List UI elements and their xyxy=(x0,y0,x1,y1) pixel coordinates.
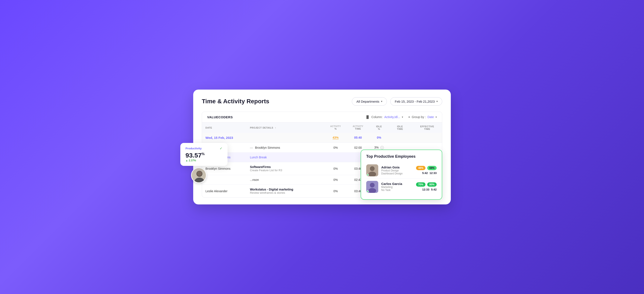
emp-info-2: Carlos Garcia Marketing No Task xyxy=(381,182,413,192)
top-employees-popup: Top Productive Employees Adrian Goia Pro… xyxy=(361,149,442,200)
department-chevron: ▾ xyxy=(381,100,382,103)
groupby-chevron: ▾ xyxy=(436,116,437,119)
employee-entry: Adrian Goia Product Design Dashboard Des… xyxy=(366,162,437,178)
table-header: DATE PROJECT DETAILS ↑ ACTIVITY % ACTIVI… xyxy=(202,123,442,133)
emp-activity-pct: 0% xyxy=(326,143,346,152)
proj2-emp: Leslie Alexander xyxy=(206,189,228,193)
svg-point-9 xyxy=(370,183,374,187)
department-filter-btn[interactable]: All Departments ▾ xyxy=(352,97,387,106)
column-label: Column: xyxy=(371,115,382,119)
emp-dept-1: Product Design xyxy=(381,169,413,172)
time1-1: 5:42 xyxy=(422,171,428,175)
emp-task-1: Dashboard Design xyxy=(381,172,413,175)
emp-dash: — xyxy=(250,146,253,149)
proj2-company: Workstatus - Digital marketing xyxy=(250,188,322,191)
emp-name: Brooklyn Simmons xyxy=(255,146,280,149)
idle-pct: 0% xyxy=(377,136,381,139)
emp-task-2: No Task xyxy=(381,189,413,192)
main-card: Time & Activity Reports All Departments … xyxy=(193,90,451,205)
productivity-widget: Productivity ✓ 93.57% ▲ 2.37% xyxy=(180,143,228,166)
emp-name-2: Carlos Garcia xyxy=(381,182,413,186)
prod-value: 93.57% xyxy=(186,152,204,159)
date-range-filter-btn[interactable]: Feb 15, 2023 - Feb 21,2023 ▾ xyxy=(390,97,442,106)
table-toolbar: VALUECODERS ▐▌ Column: Activity,Idl... ▾… xyxy=(202,112,442,123)
proj2-act-pct: 0% xyxy=(326,185,346,198)
header: Time & Activity Reports All Departments … xyxy=(202,97,442,106)
lunch-label: Lunch Break xyxy=(250,155,267,159)
th-date: DATE xyxy=(202,123,246,133)
avatar xyxy=(191,167,206,183)
groupby-control[interactable]: ≡ Group by : Date ▾ xyxy=(408,115,437,119)
svg-point-6 xyxy=(370,166,374,171)
th-project-details: PROJECT DETAILS ↑ xyxy=(246,123,326,133)
prod-value-row: 93.57% xyxy=(186,152,222,159)
th-effective-time: EFFECTIVE TIME xyxy=(412,123,442,133)
time-row-2: 12:33 5:42 xyxy=(422,188,437,191)
employee-entry: Carlos Garcia Marketing No Task 70% 80% … xyxy=(366,178,437,195)
activity-badge-2: 80% xyxy=(427,182,437,187)
column-value: Activity,Idl... xyxy=(384,115,400,119)
emp-avatar-1 xyxy=(366,164,378,176)
th-activity-pct: ACTIVITY % xyxy=(326,123,346,133)
prod-trend-icon: ✓ xyxy=(220,146,222,150)
column-control[interactable]: ▐▌ Column: Activity,Idl... ▾ xyxy=(365,115,403,119)
productivity-widget-wrapper: Productivity ✓ 93.57% ▲ 2.37% xyxy=(191,167,202,183)
badge-row-2: 70% 80% xyxy=(416,182,437,187)
activity-badge-1: 68% xyxy=(427,166,437,170)
emp-name-cell: — Brooklyn Simmons xyxy=(246,143,326,152)
department-label: All Departments xyxy=(356,100,379,103)
th-idle-pct: IDLE % xyxy=(370,123,388,133)
proj2-task: Review wireframes & stories xyxy=(250,191,322,194)
idle-badge-1: 48% xyxy=(416,166,426,170)
prod-header: Productivity ✓ xyxy=(186,146,222,150)
time1-2: 12:33 xyxy=(422,188,429,191)
prod-label: Productivity xyxy=(186,147,202,150)
date-range-chevron: ▾ xyxy=(436,100,438,103)
online-dot-1 xyxy=(367,174,369,176)
emp-info-1: Adrian Goia Product Design Dashboard Des… xyxy=(381,165,413,175)
popup-title: Top Productive Employees xyxy=(366,154,437,159)
header-filters: All Departments ▾ Feb 15, 2023 - Feb 21,… xyxy=(352,97,442,106)
date-cell: Wed, 15 Feb, 2023 xyxy=(206,136,233,140)
groupby-value: Date xyxy=(428,115,434,119)
column-chevron: ▾ xyxy=(402,116,403,119)
emp2-act-pct: 0% xyxy=(326,175,346,185)
th-activity-time: ACTIVITY TIME xyxy=(346,123,370,133)
activity-time: 05:40 xyxy=(354,136,362,139)
proj1-emp: Brooklyn Simmons xyxy=(206,167,230,170)
info-icon: i xyxy=(380,146,384,149)
emp-name-1: Adrian Goia xyxy=(381,165,413,169)
emp-stats-2: 70% 80% 12:33 5:42 xyxy=(416,182,437,191)
idle-badge-2: 70% xyxy=(416,182,426,187)
groupby-label: Group by : xyxy=(412,115,426,119)
emp-stats-1: 48% 68% 5:42 12:33 xyxy=(416,166,437,175)
date-range-label: Feb 15, 2023 - Feb 21,2023 xyxy=(395,100,435,103)
toolbar-right: ▐▌ Column: Activity,Idl... ▾ ≡ Group by … xyxy=(365,115,437,119)
groupby-icon: ≡ xyxy=(408,115,410,119)
badge-row-1: 48% 68% xyxy=(416,166,437,170)
prod-change: ▲ 2.37% xyxy=(186,159,222,162)
project-task: Create Feature List for R3 xyxy=(250,169,322,172)
emp-dept-2: Marketing xyxy=(381,186,413,189)
emp2-name: ...nson xyxy=(250,178,259,181)
page-title: Time & Activity Reports xyxy=(202,98,269,105)
online-dot-2 xyxy=(367,190,369,192)
project-company: SoftwareFirms xyxy=(250,165,322,169)
time-row-1: 5:42 12:33 xyxy=(422,171,437,175)
activity-pct: 43% xyxy=(332,136,338,139)
company-name: VALUECODERS xyxy=(207,115,233,119)
table-row: Wed, 15 Feb, 2023 43% 05:40 0% xyxy=(202,133,442,143)
th-idle-time: IDLE TIME xyxy=(388,123,412,133)
svg-point-4 xyxy=(197,171,202,176)
emp-avatar-2 xyxy=(366,181,378,193)
column-icon: ▐▌ xyxy=(365,115,370,119)
time2-2: 5:42 xyxy=(431,188,437,191)
time2-1: 12:33 xyxy=(430,171,437,175)
proj1-act-pct: 0% xyxy=(326,162,346,175)
